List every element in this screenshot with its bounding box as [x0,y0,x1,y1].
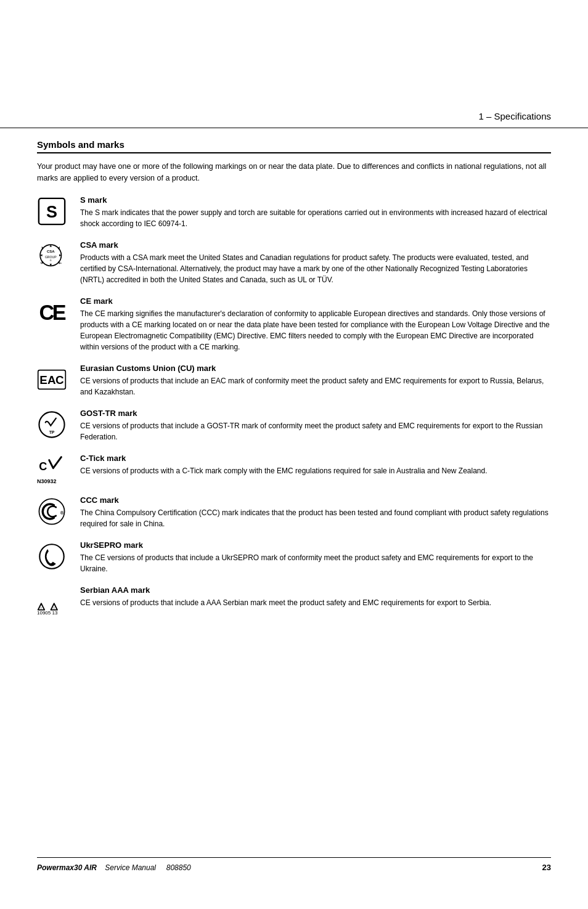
ce-mark-content: CE mark The CE marking signifies the man… [80,296,551,353]
serbian-sublabel: 10905 13 [37,610,57,616]
svg-text:CE: CE [39,301,65,324]
ukrsepro-mark-entry: UkrSEPRO mark The CE versions of product… [37,540,551,574]
gost-tr-mark-icon: TP [37,409,80,439]
csa-mark-entry: CSA GROUP c us ® CSA mark Products with … [37,240,551,285]
gost-tr-mark-title: GOST-TR mark [80,409,551,418]
eac-mark-title: Eurasian Customs Union (CU) mark [80,364,551,373]
eac-mark-content: Eurasian Customs Union (CU) mark CE vers… [80,364,551,397]
svg-text:TP: TP [49,430,55,434]
svg-text:GROUP: GROUP [45,255,57,258]
ccc-mark-title: CCC mark [80,495,551,505]
ccc-mark-description: The China Compulsory Certification (CCC)… [80,507,551,529]
svg-text:ЕАС: ЕАС [39,373,64,386]
footer-part-number: 808850 [166,863,191,872]
svg-text:®: ® [50,258,52,261]
ce-mark-description: The CE marking signifies the manufacture… [80,308,551,353]
ce-mark-entry: CE CE mark The CE marking signifies the … [37,296,551,353]
main-content: Symbols and marks Your product may have … [0,139,588,616]
section-heading: Symbols and marks [37,139,551,153]
c-tick-sublabel: N30932 [37,478,57,484]
footer: Powermax30 AIR Service Manual 808850 23 [37,857,551,872]
footer-brand: Powermax30 AIR [37,863,97,872]
chapter-title: 1 – Specifications [478,111,551,121]
chapter-header: 1 – Specifications [0,0,588,128]
ukrsepro-mark-description: The CE versions of products that include… [80,552,551,574]
gost-tr-mark-description: CE versions of products that include a G… [80,420,551,442]
ukrsepro-mark-content: UkrSEPRO mark The CE versions of product… [80,540,551,574]
footer-page-number: 23 [542,863,551,872]
svg-text:C: C [39,460,47,472]
s-mark-entry: S S mark The S mark indicates that the p… [37,195,551,229]
gost-tr-mark-entry: TP GOST-TR mark CE versions of products … [37,409,551,442]
eac-mark-description: CE versions of products that include an … [80,375,551,397]
serbian-mark-title: Serbian AAA mark [80,585,551,595]
page: 1 – Specifications Symbols and marks You… [0,0,588,909]
ce-mark-title: CE mark [80,296,551,306]
serbian-mark-icon: ! ! 10905 13 [37,585,80,616]
s-mark-description: The S mark indicates that the power supp… [80,207,551,229]
c-tick-mark-icon: C N30932 [37,454,80,484]
svg-text:us: us [59,261,62,264]
footer-spacer [99,863,103,872]
footer-spacer2 [158,863,164,872]
svg-text:®: ® [60,510,64,516]
csa-mark-description: Products with a CSA mark meet the United… [80,252,551,285]
c-tick-mark-title: C-Tick mark [80,454,551,463]
eac-mark-entry: ЕАС Eurasian Customs Union (CU) mark CE … [37,364,551,397]
ccc-mark-content: CCC mark The China Compulsory Certificat… [80,495,551,529]
gost-tr-mark-content: GOST-TR mark CE versions of products tha… [80,409,551,442]
c-tick-mark-description: CE versions of products with a C-Tick ma… [80,465,551,476]
eac-mark-icon: ЕАС [37,364,80,394]
ce-mark-icon: CE [37,296,80,327]
s-mark-title: S mark [80,195,551,205]
c-tick-mark-entry: C N30932 C-Tick mark CE versions of prod… [37,454,551,484]
s-mark-content: S mark The S mark indicates that the pow… [80,195,551,229]
svg-text:c: c [41,261,43,264]
footer-left: Powermax30 AIR Service Manual 808850 [37,863,191,872]
s-mark-icon: S [37,195,80,226]
csa-mark-title: CSA mark [80,240,551,250]
ccc-mark-entry: ® CCC mark The China Compulsory Certific… [37,495,551,529]
serbian-mark-content: Serbian AAA mark CE versions of products… [80,585,551,608]
intro-text: Your product may have one or more of the… [37,161,551,184]
csa-mark-icon: CSA GROUP c us ® [37,240,80,271]
ukrsepro-mark-icon [37,540,80,571]
serbian-mark-description: CE versions of products that include a A… [80,597,551,608]
csa-mark-content: CSA mark Products with a CSA mark meet t… [80,240,551,285]
c-tick-mark-content: C-Tick mark CE versions of products with… [80,454,551,476]
footer-document-type: Service Manual [105,863,156,872]
ukrsepro-mark-title: UkrSEPRO mark [80,540,551,550]
serbian-mark-entry: ! ! 10905 13 Serbian AAA mark CE version… [37,585,551,616]
svg-text:S: S [46,202,57,221]
ccc-mark-icon: ® [37,495,80,526]
svg-text:CSA: CSA [47,250,55,253]
